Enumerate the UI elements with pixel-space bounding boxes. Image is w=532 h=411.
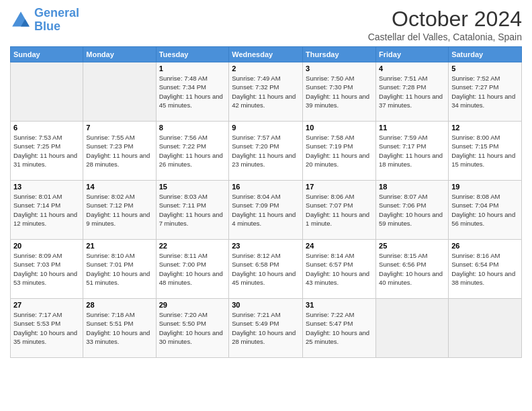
day-number: 31 (306, 301, 373, 309)
day-info: Sunrise: 8:15 AMSunset: 6:56 PMDaylight:… (379, 251, 445, 287)
day-number: 7 (86, 124, 152, 132)
week-row-5: 27Sunrise: 7:17 AMSunset: 5:53 PMDayligh… (11, 299, 522, 358)
calendar-cell: 18Sunrise: 8:07 AMSunset: 7:06 PMDayligh… (376, 181, 449, 240)
day-info: Sunrise: 8:04 AMSunset: 7:09 PMDaylight:… (232, 192, 300, 228)
day-number: 29 (159, 301, 226, 309)
day-info: Sunrise: 7:52 AMSunset: 7:27 PMDaylight:… (451, 74, 519, 109)
weekday-header-monday: Monday (83, 47, 156, 62)
calendar-cell: 11Sunrise: 7:59 AMSunset: 7:17 PMDayligh… (376, 122, 449, 181)
day-info: Sunrise: 7:49 AMSunset: 7:32 PMDaylight:… (232, 74, 300, 109)
day-number: 30 (232, 301, 300, 309)
day-info: Sunrise: 8:07 AMSunset: 7:06 PMDaylight:… (379, 192, 445, 228)
day-number: 24 (306, 242, 373, 250)
day-number: 27 (13, 301, 80, 309)
calendar-cell: 25Sunrise: 8:15 AMSunset: 6:56 PMDayligh… (376, 240, 449, 299)
weekday-header-wednesday: Wednesday (229, 47, 303, 62)
calendar-cell: 3Sunrise: 7:50 AMSunset: 7:30 PMDaylight… (303, 62, 376, 122)
day-info: Sunrise: 7:50 AMSunset: 7:30 PMDaylight:… (306, 74, 373, 109)
day-number: 10 (306, 124, 373, 132)
weekday-header-row: SundayMondayTuesdayWednesdayThursdayFrid… (11, 47, 522, 62)
calendar-cell: 22Sunrise: 8:11 AMSunset: 7:00 PMDayligh… (156, 240, 229, 299)
calendar-cell: 30Sunrise: 7:21 AMSunset: 5:49 PMDayligh… (229, 299, 303, 358)
day-info: Sunrise: 7:53 AMSunset: 7:25 PMDaylight:… (13, 133, 80, 169)
day-number: 20 (13, 242, 80, 250)
day-number: 18 (379, 183, 445, 191)
calendar-cell (11, 62, 83, 122)
calendar-cell: 28Sunrise: 7:18 AMSunset: 5:51 PMDayligh… (83, 299, 156, 358)
calendar-cell: 23Sunrise: 8:12 AMSunset: 6:58 PMDayligh… (229, 240, 303, 299)
calendar-cell: 20Sunrise: 8:09 AMSunset: 7:03 PMDayligh… (11, 240, 83, 299)
week-row-4: 20Sunrise: 8:09 AMSunset: 7:03 PMDayligh… (11, 240, 522, 299)
weekday-header-saturday: Saturday (449, 47, 522, 62)
calendar-cell: 6Sunrise: 7:53 AMSunset: 7:25 PMDaylight… (11, 122, 83, 181)
day-info: Sunrise: 7:56 AMSunset: 7:22 PMDaylight:… (159, 133, 226, 169)
calendar-cell: 17Sunrise: 8:06 AMSunset: 7:07 PMDayligh… (303, 181, 376, 240)
day-number: 5 (451, 64, 519, 73)
weekday-header-friday: Friday (376, 47, 449, 62)
day-info: Sunrise: 7:21 AMSunset: 5:49 PMDaylight:… (232, 310, 300, 346)
day-info: Sunrise: 8:01 AMSunset: 7:14 PMDaylight:… (13, 192, 80, 228)
day-number: 2 (232, 64, 300, 73)
calendar-cell: 13Sunrise: 8:01 AMSunset: 7:14 PMDayligh… (11, 181, 83, 240)
calendar-cell: 19Sunrise: 8:08 AMSunset: 7:04 PMDayligh… (449, 181, 522, 240)
day-info: Sunrise: 8:11 AMSunset: 7:00 PMDaylight:… (159, 251, 226, 287)
day-info: Sunrise: 7:20 AMSunset: 5:50 PMDaylight:… (159, 310, 226, 346)
logo-icon (10, 9, 32, 31)
day-info: Sunrise: 8:10 AMSunset: 7:01 PMDaylight:… (86, 251, 152, 287)
day-number: 14 (86, 183, 152, 191)
day-number: 9 (232, 124, 300, 132)
calendar-table: SundayMondayTuesdayWednesdayThursdayFrid… (10, 46, 522, 358)
calendar-cell: 14Sunrise: 8:02 AMSunset: 7:12 PMDayligh… (83, 181, 156, 240)
calendar-cell: 16Sunrise: 8:04 AMSunset: 7:09 PMDayligh… (229, 181, 303, 240)
day-info: Sunrise: 8:14 AMSunset: 6:57 PMDaylight:… (306, 251, 373, 287)
header-row: General Blue October 2024 Castellar del … (10, 7, 522, 42)
logo-line2: Blue (34, 19, 60, 33)
calendar-cell: 8Sunrise: 7:56 AMSunset: 7:22 PMDaylight… (156, 122, 229, 181)
day-info: Sunrise: 7:17 AMSunset: 5:53 PMDaylight:… (13, 310, 80, 346)
calendar-cell (83, 62, 156, 122)
day-info: Sunrise: 8:02 AMSunset: 7:12 PMDaylight:… (86, 192, 152, 228)
week-row-2: 6Sunrise: 7:53 AMSunset: 7:25 PMDaylight… (11, 122, 522, 181)
day-number: 4 (379, 64, 445, 73)
logo-text: General Blue (34, 7, 79, 34)
calendar-cell: 29Sunrise: 7:20 AMSunset: 5:50 PMDayligh… (156, 299, 229, 358)
calendar-cell: 4Sunrise: 7:51 AMSunset: 7:28 PMDaylight… (376, 62, 449, 122)
week-row-3: 13Sunrise: 8:01 AMSunset: 7:14 PMDayligh… (11, 181, 522, 240)
title-block: October 2024 Castellar del Valles, Catal… (368, 7, 522, 42)
day-info: Sunrise: 7:48 AMSunset: 7:34 PMDaylight:… (159, 74, 226, 109)
day-number: 1 (159, 64, 226, 73)
month-title: October 2024 (368, 7, 522, 32)
location-title: Castellar del Valles, Catalonia, Spain (368, 32, 522, 42)
day-number: 19 (451, 183, 519, 191)
calendar-cell: 10Sunrise: 7:58 AMSunset: 7:19 PMDayligh… (303, 122, 376, 181)
calendar-cell: 5Sunrise: 7:52 AMSunset: 7:27 PMDaylight… (449, 62, 522, 122)
day-number: 28 (86, 301, 152, 309)
day-info: Sunrise: 7:51 AMSunset: 7:28 PMDaylight:… (379, 74, 445, 109)
day-number: 13 (13, 183, 80, 191)
day-number: 25 (379, 242, 445, 250)
calendar-cell: 12Sunrise: 8:00 AMSunset: 7:15 PMDayligh… (449, 122, 522, 181)
day-info: Sunrise: 7:18 AMSunset: 5:51 PMDaylight:… (86, 310, 152, 346)
calendar-cell (449, 299, 522, 358)
calendar-cell: 27Sunrise: 7:17 AMSunset: 5:53 PMDayligh… (11, 299, 83, 358)
day-info: Sunrise: 7:59 AMSunset: 7:17 PMDaylight:… (379, 133, 445, 169)
day-info: Sunrise: 8:09 AMSunset: 7:03 PMDaylight:… (13, 251, 80, 287)
weekday-header-tuesday: Tuesday (156, 47, 229, 62)
day-info: Sunrise: 8:06 AMSunset: 7:07 PMDaylight:… (306, 192, 373, 228)
calendar-cell: 26Sunrise: 8:16 AMSunset: 6:54 PMDayligh… (449, 240, 522, 299)
page-container: General Blue October 2024 Castellar del … (0, 0, 532, 365)
day-info: Sunrise: 7:57 AMSunset: 7:20 PMDaylight:… (232, 133, 300, 169)
day-number: 6 (13, 124, 80, 132)
calendar-cell: 9Sunrise: 7:57 AMSunset: 7:20 PMDaylight… (229, 122, 303, 181)
day-number: 11 (379, 124, 445, 132)
day-info: Sunrise: 8:00 AMSunset: 7:15 PMDaylight:… (451, 133, 519, 169)
calendar-cell: 1Sunrise: 7:48 AMSunset: 7:34 PMDaylight… (156, 62, 229, 122)
calendar-cell: 31Sunrise: 7:22 AMSunset: 5:47 PMDayligh… (303, 299, 376, 358)
day-number: 26 (451, 242, 519, 250)
day-number: 17 (306, 183, 373, 191)
calendar-cell: 7Sunrise: 7:55 AMSunset: 7:23 PMDaylight… (83, 122, 156, 181)
logo-line1: General (34, 6, 79, 19)
weekday-header-sunday: Sunday (11, 47, 83, 62)
calendar-cell: 15Sunrise: 8:03 AMSunset: 7:11 PMDayligh… (156, 181, 229, 240)
day-number: 23 (232, 242, 300, 250)
